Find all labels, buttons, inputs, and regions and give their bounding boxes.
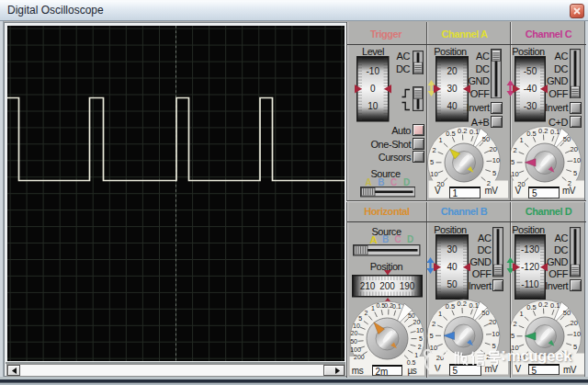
svg-text:-50: -50 bbox=[523, 66, 537, 76]
svg-text:2: 2 bbox=[514, 320, 517, 328]
svg-text:10: 10 bbox=[416, 327, 424, 334]
svg-text:10: 10 bbox=[573, 156, 581, 164]
svg-text:0.5: 0.5 bbox=[446, 130, 455, 138]
svg-text:5: 5 bbox=[430, 158, 434, 166]
svg-text:190: 190 bbox=[399, 281, 414, 291]
svg-text:30: 30 bbox=[447, 244, 458, 255]
svg-text:5: 5 bbox=[429, 332, 433, 340]
svg-text:50: 50 bbox=[408, 312, 415, 319]
svg-text:-10: -10 bbox=[367, 66, 380, 76]
svg-text:1: 1 bbox=[371, 305, 375, 311]
svg-text:20: 20 bbox=[351, 330, 358, 336]
svg-text:50: 50 bbox=[481, 309, 489, 317]
svg-text:0.1: 0.1 bbox=[550, 301, 560, 310]
svg-text:1: 1 bbox=[520, 310, 524, 318]
svg-text:10: 10 bbox=[368, 101, 379, 111]
svg-text:0.2: 0.2 bbox=[538, 127, 548, 135]
svg-text:-130: -130 bbox=[520, 244, 538, 255]
svg-text:-40: -40 bbox=[523, 84, 537, 94]
svg-text:200: 200 bbox=[379, 281, 395, 291]
svg-text:20: 20 bbox=[571, 319, 578, 327]
svg-text:10: 10 bbox=[430, 170, 437, 178]
svg-text:2: 2 bbox=[514, 146, 517, 154]
svg-text:1: 1 bbox=[520, 136, 524, 144]
svg-text:200: 200 bbox=[354, 354, 365, 360]
svg-text:20: 20 bbox=[413, 319, 421, 325]
svg-text:100: 100 bbox=[350, 346, 361, 353]
svg-text:50: 50 bbox=[482, 135, 490, 143]
svg-text:5: 5 bbox=[573, 169, 577, 177]
svg-text:0.1: 0.1 bbox=[469, 128, 479, 136]
svg-text:2: 2 bbox=[432, 320, 435, 328]
svg-text:10: 10 bbox=[492, 156, 500, 164]
svg-text:50: 50 bbox=[350, 338, 357, 345]
svg-text:40: 40 bbox=[447, 101, 458, 111]
svg-text:5: 5 bbox=[511, 158, 514, 166]
svg-text:30: 30 bbox=[447, 84, 458, 94]
svg-text:20: 20 bbox=[489, 318, 496, 326]
svg-text:0.1: 0.1 bbox=[469, 301, 479, 310]
svg-text:0.5: 0.5 bbox=[526, 303, 536, 311]
svg-text:50: 50 bbox=[447, 279, 458, 289]
svg-text:0.2: 0.2 bbox=[458, 300, 467, 308]
svg-text:0.5: 0.5 bbox=[526, 130, 536, 138]
svg-text:40: 40 bbox=[447, 262, 458, 272]
svg-text:0.2: 0.2 bbox=[538, 300, 548, 309]
svg-text:5: 5 bbox=[492, 169, 496, 177]
svg-text:20: 20 bbox=[571, 145, 578, 153]
svg-text:10: 10 bbox=[573, 330, 581, 338]
svg-text:0.2: 0.2 bbox=[458, 127, 467, 135]
svg-text:5: 5 bbox=[358, 315, 362, 322]
svg-text:10: 10 bbox=[353, 323, 360, 329]
svg-text:10: 10 bbox=[492, 330, 499, 338]
svg-text:5: 5 bbox=[511, 332, 514, 340]
svg-text:20: 20 bbox=[447, 66, 458, 76]
svg-text:0.1: 0.1 bbox=[392, 303, 401, 310]
svg-text:0: 0 bbox=[370, 84, 376, 94]
svg-text:1: 1 bbox=[438, 310, 442, 318]
svg-text:-110: -110 bbox=[521, 279, 539, 289]
svg-text:-120: -120 bbox=[520, 262, 538, 272]
svg-text:50: 50 bbox=[563, 309, 571, 317]
svg-text:-30: -30 bbox=[523, 101, 537, 111]
svg-text:2: 2 bbox=[364, 310, 368, 316]
svg-text:210: 210 bbox=[359, 281, 375, 291]
svg-text:2: 2 bbox=[433, 146, 436, 154]
svg-text:1: 1 bbox=[439, 136, 443, 144]
svg-text:20: 20 bbox=[490, 145, 497, 153]
svg-text:0.1: 0.1 bbox=[550, 128, 560, 136]
svg-text:50: 50 bbox=[563, 135, 571, 143]
svg-text:0.5: 0.5 bbox=[446, 302, 455, 311]
svg-text:10: 10 bbox=[511, 170, 518, 178]
